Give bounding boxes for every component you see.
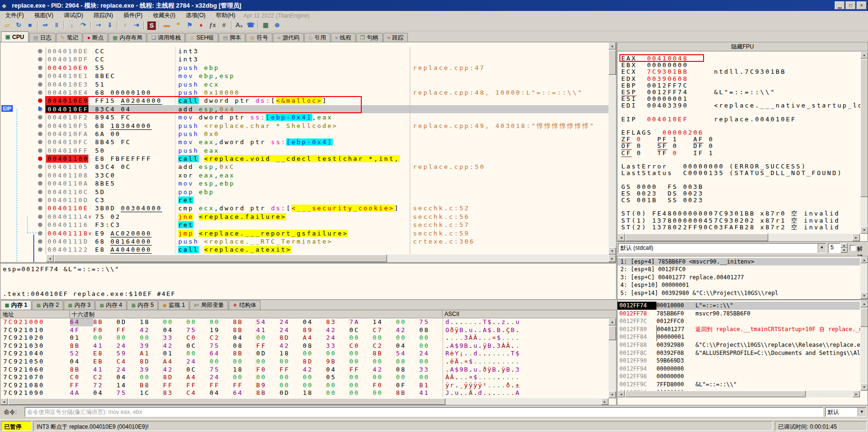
stack-address-cell[interactable]: 0012FF94 — [617, 365, 656, 373]
menu-视图(V)[interactable]: 视图(V) — [29, 10, 58, 21]
menu-文件(F)[interactable]: 文件(F) — [0, 10, 29, 21]
stack-address-cell[interactable]: 0012FF9C — [617, 381, 656, 389]
arg-count-spinner[interactable]: 5 — [828, 243, 840, 253]
argument-row[interactable]: 1: [esp+4] 785BB6F0 <msvcr90.__initenv> — [617, 258, 860, 265]
dump-address-cell[interactable]: 7C921020 — [0, 334, 70, 342]
disasm-row[interactable]: 00401118∨E9 AC020000jmp <replace.___repo… — [0, 229, 608, 237]
breakpoint-gutter[interactable] — [0, 155, 46, 163]
stack-comment-cell[interactable]: &"C:\\Project\\10GS\\replace\\Release\\r… — [695, 341, 860, 349]
instruction-cell[interactable]: jne <replace.failure> — [175, 213, 410, 221]
comment-cell[interactable] — [410, 130, 608, 138]
argument-row[interactable]: 5: [esp+14] 00392980 &"C:\\Project\\10GS… — [617, 289, 860, 297]
address-cell[interactable]: 004010FA — [46, 130, 88, 138]
stack-comment-cell[interactable] — [695, 317, 860, 325]
breakpoint-gutter[interactable] — [0, 147, 46, 155]
stack-row[interactable]: 0012FF78785BB6F0msvcr90.785BB6F0 — [617, 310, 860, 318]
address-cell[interactable]: 004010DF — [46, 55, 88, 63]
address-cell[interactable]: 004010E9 — [46, 97, 88, 105]
bytes-cell[interactable]: 50 — [95, 147, 175, 155]
dump-ascii-cell[interactable]: ....3ÀÂ...¤$.... — [443, 334, 616, 342]
stack-comment-cell[interactable] — [695, 333, 860, 341]
bytes-cell[interactable]: 8945 FC — [95, 113, 175, 121]
registers-hscrollbar[interactable]: ◄ ► — [617, 234, 860, 241]
breakpoint-gutter[interactable] — [0, 138, 46, 146]
breakpoint-gutter[interactable] — [0, 113, 46, 121]
stack-value-cell[interactable]: 785BB6F0 — [656, 310, 695, 318]
dump-hex-cell[interactable]: 4A04751C83C404648B0D180000008B41 — [70, 389, 443, 397]
disasm-row[interactable]: 00401122E8 A4040000call <replace._atexit… — [0, 245, 608, 254]
breakpoint-gutter[interactable] — [0, 130, 46, 138]
dump-address-cell[interactable]: 7C921060 — [0, 366, 70, 374]
instruction-cell[interactable]: push ecx — [175, 80, 410, 88]
dump-hex-cell[interactable]: 52E859A10100648B0D180000008B5424 — [70, 350, 443, 358]
register-line[interactable]: EAX 00410048 — [617, 55, 860, 62]
tab-内存 4[interactable]: ▦内存 4 — [95, 300, 126, 310]
register-line[interactable]: EIP 004010EF replace.004010EF — [617, 116, 860, 123]
comment-cell[interactable] — [410, 138, 608, 146]
dump-hex-cell[interactable]: 04EBC48DA424000000008D9B00000000 — [70, 358, 443, 366]
address-cell[interactable]: 004010E0 — [46, 64, 88, 72]
stack-row[interactable]: 0012FF8C00392F08&"ALLUSERSPROFILE=C:\\Do… — [617, 349, 860, 357]
register-line[interactable]: OF 0 SF 0 DF 0 — [617, 143, 860, 149]
bytes-cell[interactable]: 3B0D 00304000 — [95, 204, 175, 212]
convention-dropdown-icon[interactable]: ▼ — [818, 244, 826, 253]
row-dot-icon[interactable] — [38, 49, 42, 53]
disasm-row[interactable]: 004010FA6A 00push 0x0 — [0, 130, 608, 138]
instruction-cell[interactable]: add esp,0x4 — [175, 105, 410, 113]
bytes-cell[interactable]: 68 00000100 — [95, 88, 175, 97]
bytes-cell[interactable]: 83C4 0C — [95, 163, 175, 171]
comment-cell[interactable]: secchk.c:59 — [410, 229, 608, 237]
comment-cell[interactable] — [410, 72, 608, 80]
toolbar-internet-icon[interactable]: ⊕ — [271, 20, 283, 30]
toolbar-restart-icon[interactable]: ↻ — [13, 20, 24, 30]
stack-value-cell[interactable]: 00401277 — [656, 325, 695, 334]
row-dot-icon[interactable] — [38, 247, 42, 252]
comment-cell[interactable]: replace.cpp:48, 10000:L"=::=::\\" — [410, 88, 608, 97]
tab-SEH链[interactable]: ⚠SEH链 — [185, 33, 218, 42]
disasm-row[interactable]: 0040110E3B0D 00304000cmp ecx,dword ptr d… — [0, 204, 608, 212]
breakpoint-gutter[interactable] — [0, 179, 46, 187]
menu-收藏夹(I)[interactable]: 收藏夹(I) — [148, 10, 181, 21]
registers-vscrollbar[interactable]: ▲ ▼ — [860, 51, 868, 234]
stack-comment-cell[interactable] — [695, 373, 860, 381]
disasm-row[interactable]: 0040110C5Dpop ebp — [0, 188, 608, 196]
comment-cell[interactable] — [410, 147, 608, 155]
title-bar[interactable]: ◆ replace.exe - PID: 2904 - 模块: replace.… — [0, 0, 868, 11]
menu-插件(P)[interactable]: 插件(P) — [118, 10, 148, 21]
toolbar-attach-icon[interactable]: ☎ — [245, 20, 256, 30]
instruction-cell[interactable]: ret — [175, 221, 410, 229]
stack-address-cell[interactable]: 0012FF7C — [617, 317, 656, 325]
comment-cell[interactable]: replace.cpp:49, 403018:"惇惇惇惇惇惇惇" — [410, 122, 608, 130]
stack-address-cell[interactable]: 0012FF78 — [617, 310, 656, 318]
menu-调试(D)[interactable]: 调试(D) — [58, 10, 88, 21]
stack-value-cell[interactable]: 00392F08 — [656, 349, 695, 357]
address-cell[interactable]: 00401100 — [46, 155, 88, 163]
toolbar-scylla-icon[interactable]: S — [147, 21, 156, 30]
disasm-row[interactable]: 004010E351push ecx — [0, 80, 608, 88]
address-cell[interactable]: 00401122 — [46, 245, 88, 254]
argument-row[interactable]: 2: [esp+8] 0012FFC0 — [617, 265, 860, 273]
dump-address-cell[interactable]: 7C921040 — [0, 350, 70, 358]
dump-ascii-cell[interactable]: .A$9B.u.ðÿB.ÿB.3 — [443, 366, 616, 374]
tab-局部变量[interactable]: x=局部变量 — [190, 300, 228, 310]
bytes-cell[interactable]: F3:C3 — [95, 221, 175, 229]
row-dot-icon[interactable] — [38, 140, 42, 144]
menu-跟踪(N)[interactable]: 跟踪(N) — [88, 10, 118, 21]
breakpoint-dot-icon[interactable] — [38, 157, 42, 161]
comment-cell[interactable]: replace.cpp:47 — [410, 64, 608, 72]
disasm-row[interactable]: 0040111D68 08164000push <replace.__RTC_T… — [0, 237, 608, 245]
toolbar-execute-till-return-icon[interactable]: ↑ — [119, 20, 131, 30]
register-line[interactable]: EBP 0012FF7C — [617, 82, 860, 89]
stack-address-cell[interactable]: 0012FF98 — [617, 373, 656, 381]
stack-row[interactable]: 0012FF7400010000L"=::=::\\" — [617, 302, 860, 310]
profile-dropdown-icon[interactable]: ▼ — [858, 408, 866, 416]
tab-内存 1[interactable]: ▦内存 1 — [0, 300, 31, 310]
stack-comment-cell[interactable] — [695, 357, 860, 365]
bytes-cell[interactable]: E9 AC020000 — [95, 229, 175, 237]
register-line[interactable]: CS 001B SS 0023 — [617, 197, 860, 204]
address-cell[interactable]: 00401114 — [46, 213, 88, 221]
spinner-up-icon[interactable]: ▲ — [840, 243, 848, 248]
dump-address-cell[interactable]: 7C921090 — [0, 389, 70, 397]
dump-ascii-cell[interactable]: OðÿB.u..A$.B.ÇB. — [443, 326, 616, 334]
instruction-cell[interactable]: push ebp — [175, 64, 410, 72]
